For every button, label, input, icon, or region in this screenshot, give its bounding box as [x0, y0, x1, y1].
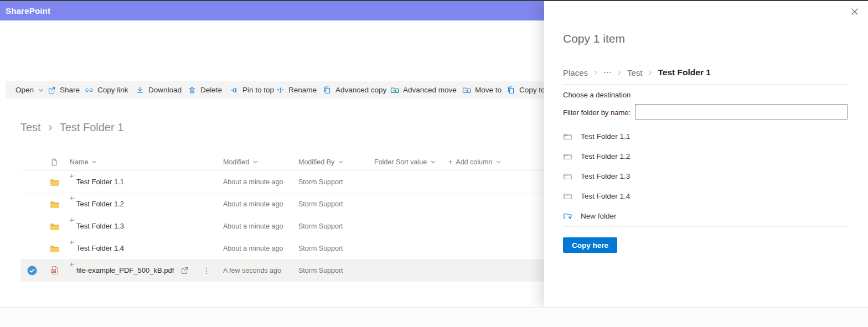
panel-divider [563, 84, 849, 85]
toolbar-download-button[interactable]: Download [136, 81, 182, 98]
file-name-link[interactable]: Test Folder 1.4 [76, 244, 124, 252]
copy-panel: Copy 1 item Places ⋯ Test Test Folder 1 … [544, 1, 868, 307]
panel-title: Copy 1 item [563, 32, 625, 45]
add-column-button[interactable]: + Add column [448, 153, 502, 170]
chevron-right-icon [593, 70, 598, 76]
panel-divider [563, 226, 849, 227]
new-item-indicator-icon [70, 262, 75, 268]
new-folder-button[interactable]: New folder [563, 206, 849, 226]
folder-arrow-icon [462, 86, 471, 95]
chevron-down-icon [495, 159, 502, 165]
chevron-down-icon [430, 159, 436, 165]
chevron-down-icon [38, 87, 44, 94]
chevron-down-icon [338, 159, 344, 165]
file-list: Name Modified Modified By Folder Sort va… [20, 153, 544, 282]
modified-by-cell: Storm Support [298, 259, 343, 281]
window-top-edge [0, 0, 868, 1]
file-name-link[interactable]: Test Folder 1.1 [76, 178, 124, 186]
panel-breadcrumb-places[interactable]: Places [563, 68, 588, 77]
table-row[interactable]: Test Folder 1.1 About a minute ago Storm… [20, 171, 544, 193]
panel-breadcrumb-ellipsis[interactable]: ⋯ [603, 68, 612, 77]
row-selection-checkbox[interactable] [27, 259, 37, 281]
folder-outline-icon [563, 172, 572, 180]
modified-by-cell: Storm Support [298, 215, 343, 237]
modified-by-cell: Storm Support [298, 237, 343, 259]
panel-breadcrumb-current: Test Folder 1 [658, 68, 711, 77]
file-type-column-header[interactable] [50, 153, 58, 170]
modified-cell: About a minute ago [223, 171, 283, 193]
row-share-button[interactable] [180, 259, 189, 281]
copy-to-icon [507, 86, 515, 95]
document-icon [50, 158, 58, 167]
file-name-link[interactable]: Test Folder 1.2 [76, 200, 124, 208]
toolbar-rename-button[interactable]: Rename [276, 81, 317, 98]
toolbar-share-button[interactable]: Share [47, 81, 80, 98]
file-name-link[interactable]: file-example_PDF_500_kB.pdf [76, 266, 174, 274]
row-more-actions-button[interactable]: ⋮ [203, 259, 210, 281]
close-button[interactable] [850, 7, 860, 17]
modified-by-cell: Storm Support [298, 193, 343, 215]
folder-move-icon [390, 86, 399, 95]
toolbar-advanced-move-button[interactable]: Advanced move [390, 81, 457, 98]
table-row[interactable]: Test Folder 1.2 About a minute ago Storm… [20, 193, 544, 215]
destination-folder-item[interactable]: Test Folder 1.4 [563, 186, 849, 206]
destination-folder-list: Test Folder 1.1 Test Folder 1.2 Test Fol… [563, 126, 849, 226]
download-icon [136, 86, 144, 95]
panel-breadcrumb-test[interactable]: Test [627, 68, 643, 77]
filter-folder-input[interactable] [635, 104, 848, 120]
toolbar-open-button[interactable]: Open [16, 81, 44, 98]
selected-check-icon [27, 266, 37, 276]
modified-by-cell: Storm Support [298, 171, 343, 193]
column-header-modified[interactable]: Modified [223, 153, 259, 170]
folder-outline-icon [563, 132, 572, 141]
chevron-down-icon [91, 159, 97, 165]
file-name-link[interactable]: Test Folder 1.3 [76, 222, 124, 230]
new-item-indicator-icon [70, 174, 75, 179]
table-row-selected[interactable]: file-example_PDF_500_kB.pdf ⋮ A few seco… [20, 259, 544, 282]
folder-icon [50, 244, 60, 253]
chevron-right-icon [48, 124, 53, 132]
toolbar-copy-link-button[interactable]: Copy link [85, 81, 128, 98]
chevron-right-icon [617, 70, 622, 76]
column-header-folder-sort-value[interactable]: Folder Sort value [374, 153, 436, 170]
folder-icon [50, 200, 60, 209]
new-item-indicator-icon [70, 240, 75, 246]
list-header-row: Name Modified Modified By Folder Sort va… [20, 153, 544, 171]
share-icon [180, 266, 189, 275]
choose-destination-label: Choose a destination [563, 91, 631, 99]
close-icon [851, 8, 859, 15]
breadcrumb-test-folder-1[interactable]: Test Folder 1 [60, 121, 124, 134]
link-icon [85, 86, 94, 95]
modified-cell: A few seconds ago [223, 259, 281, 281]
new-item-indicator-icon [70, 218, 75, 224]
column-header-name[interactable]: Name [70, 153, 97, 170]
table-row[interactable]: Test Folder 1.3 About a minute ago Storm… [20, 215, 544, 237]
command-bar: Open Share Copy link Download Delete Pin… [6, 81, 544, 98]
toolbar-pin-to-top-button[interactable]: Pin to top [230, 81, 274, 98]
modified-cell: About a minute ago [223, 193, 283, 215]
toolbar-copy-to-button[interactable]: Copy to [507, 81, 544, 98]
column-header-modified-by[interactable]: Modified By [298, 153, 344, 170]
breadcrumb-test[interactable]: Test [20, 121, 41, 134]
sharepoint-logo[interactable]: SharePoint [6, 6, 50, 15]
modified-cell: About a minute ago [223, 215, 283, 237]
toolbar-advanced-copy-button[interactable]: Advanced copy [323, 81, 386, 98]
page-bottom-strip [0, 307, 868, 327]
rename-icon [276, 86, 285, 95]
toolbar-delete-button[interactable]: Delete [188, 81, 222, 98]
trash-icon [188, 86, 197, 95]
table-row[interactable]: Test Folder 1.4 About a minute ago Storm… [20, 237, 544, 259]
new-folder-icon [563, 212, 572, 220]
destination-folder-item[interactable]: Test Folder 1.3 [563, 166, 849, 186]
breadcrumb: Test Test Folder 1 [20, 121, 123, 134]
panel-breadcrumb: Places ⋯ Test Test Folder 1 [563, 68, 711, 77]
copy-here-button[interactable]: Copy here [563, 237, 617, 253]
destination-folder-item[interactable]: Test Folder 1.1 [563, 126, 849, 146]
destination-folder-item[interactable]: Test Folder 1.2 [563, 146, 849, 166]
share-icon [47, 86, 56, 95]
app-root: SharePoint Open Share Copy link Download… [0, 0, 868, 327]
suite-bar: SharePoint [0, 1, 544, 20]
chevron-right-icon [648, 70, 653, 76]
chevron-down-icon [252, 159, 259, 165]
toolbar-move-to-button[interactable]: Move to [462, 81, 502, 98]
